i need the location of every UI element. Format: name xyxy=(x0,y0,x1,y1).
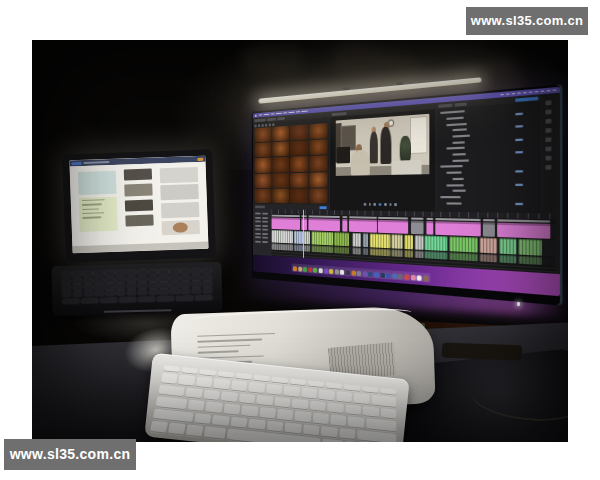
keyboard-key xyxy=(158,385,185,398)
keyboard-key xyxy=(205,402,223,414)
dock-icon xyxy=(368,272,372,277)
laptop-right-blocks xyxy=(159,167,200,239)
keyboard-key xyxy=(380,388,396,396)
apple-logo-icon xyxy=(255,114,256,116)
keyboard-key xyxy=(195,295,213,301)
toolbar-icon xyxy=(265,124,267,127)
dock-icon xyxy=(386,273,391,278)
clip-label xyxy=(483,219,495,221)
keyboard-key xyxy=(212,415,230,427)
project-thumbnail xyxy=(254,189,271,203)
dock-icon xyxy=(308,267,312,272)
keyboard-key xyxy=(362,386,378,394)
keyboard-key xyxy=(191,268,200,273)
keyboard-key xyxy=(196,377,213,389)
video-preview-frame xyxy=(336,114,430,176)
page-image xyxy=(124,168,152,180)
page-block xyxy=(161,219,200,235)
audio-clip xyxy=(352,233,361,247)
zoom-slider xyxy=(319,206,326,209)
keyboard-key xyxy=(366,418,396,432)
audio-clip xyxy=(304,231,310,244)
panel-icon xyxy=(545,128,551,133)
audio-clip xyxy=(312,231,333,245)
panel-dock-strip xyxy=(542,93,555,213)
standing-person xyxy=(369,131,377,163)
keyboard-key xyxy=(150,421,168,434)
keyboard-key xyxy=(357,430,396,442)
transport-button xyxy=(374,203,376,205)
track-header-column xyxy=(253,209,271,256)
page-left-column xyxy=(78,171,118,239)
page-image xyxy=(126,215,154,227)
dock-icon xyxy=(298,267,302,272)
keyboard-key xyxy=(321,426,338,438)
printed-text-line xyxy=(197,338,262,342)
keyboard-key xyxy=(283,386,300,398)
audio-clip xyxy=(479,254,497,263)
keyboard-key xyxy=(336,391,352,403)
property-label xyxy=(446,202,461,204)
light-bar-clip xyxy=(396,82,403,86)
keyboard-key xyxy=(253,375,270,383)
text-line xyxy=(82,208,99,210)
property-label xyxy=(440,165,463,168)
keyboard-key xyxy=(170,289,179,294)
dock-icon xyxy=(340,270,344,275)
track-button xyxy=(262,229,268,231)
track-header xyxy=(255,220,269,222)
status-icon xyxy=(500,94,503,96)
clip-label xyxy=(427,218,434,220)
keyboard-key xyxy=(256,395,273,407)
keyboard-key xyxy=(345,404,361,416)
audio-clip xyxy=(272,230,293,244)
panel-tab xyxy=(454,102,466,106)
keyboard-key xyxy=(159,283,168,288)
audio-clip xyxy=(404,250,413,258)
keyboard-key xyxy=(138,290,147,295)
keyboard-key xyxy=(62,292,71,297)
keyboard-key xyxy=(168,423,186,436)
keyboard-key xyxy=(326,382,342,390)
keyboard-key xyxy=(170,269,179,274)
portrait-photo xyxy=(173,222,188,233)
watermark-bottom-left: www.sl35.com.cn xyxy=(4,439,136,470)
project-thumbnail xyxy=(254,127,271,142)
effect-property-row xyxy=(438,170,538,175)
project-thumbnail xyxy=(254,173,271,188)
keyboard-key xyxy=(186,425,204,438)
track-label xyxy=(255,236,261,238)
audio-clip xyxy=(449,236,477,252)
toolbar-icon xyxy=(258,124,260,127)
keyboard-key xyxy=(248,419,265,431)
keyboard-key xyxy=(274,397,291,409)
audio-clip xyxy=(312,245,333,253)
status-text xyxy=(255,205,265,208)
laptop-text-lines xyxy=(79,196,118,232)
keyboard-key xyxy=(181,269,190,274)
status-icon xyxy=(529,91,533,93)
audio-clip xyxy=(352,247,361,254)
track-header xyxy=(255,217,269,219)
transport-controls xyxy=(338,202,425,208)
keyboard-key xyxy=(159,269,168,274)
keyboard-key xyxy=(203,389,220,401)
keyboard-key xyxy=(138,296,156,302)
keyboard-key xyxy=(159,289,168,294)
project-thumbnail xyxy=(290,156,308,171)
keyboard-key xyxy=(105,291,114,296)
keyboard-key xyxy=(312,413,329,425)
keyboard-key xyxy=(83,271,92,276)
keyboard-key xyxy=(221,391,238,403)
keyboard-key xyxy=(116,290,125,295)
property-value xyxy=(515,183,523,185)
keyboard-key xyxy=(178,375,195,387)
keyboard-key xyxy=(213,378,230,390)
keyboard-key xyxy=(127,277,136,282)
transport-button xyxy=(389,203,391,206)
macos-dock xyxy=(292,263,431,282)
monitor-screen xyxy=(253,87,560,296)
project-thumbnail xyxy=(272,173,289,188)
effect-rows xyxy=(438,105,538,211)
dock-icon xyxy=(324,269,328,274)
